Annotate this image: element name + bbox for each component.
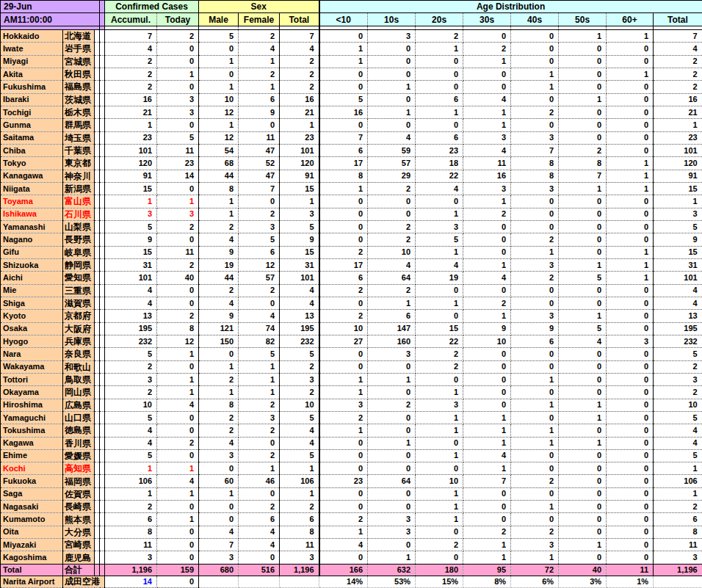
gap-cell[interactable] bbox=[100, 399, 105, 411]
age-lt10-cell[interactable]: 1 bbox=[319, 55, 368, 68]
age-total-cell[interactable]: 101 bbox=[654, 144, 702, 156]
age-total-cell[interactable]: 9 bbox=[654, 233, 702, 246]
age-lt10-cell[interactable]: 2 bbox=[319, 411, 368, 424]
age-50s-cell[interactable]: 0 bbox=[559, 386, 607, 399]
today-cell[interactable]: 4 bbox=[157, 399, 199, 411]
age-lt10-cell[interactable]: 0 bbox=[319, 501, 368, 513]
age-total-cell[interactable]: 106 bbox=[654, 475, 702, 487]
accumul-cell[interactable]: 4 bbox=[105, 284, 157, 297]
age-total-cell[interactable]: 1 bbox=[654, 119, 702, 131]
age-20s-cell[interactable]: 5 bbox=[416, 233, 463, 246]
age-30s-cell[interactable]: 0 bbox=[463, 360, 511, 373]
male-cell[interactable]: 1 bbox=[199, 55, 239, 68]
age-50s-cell[interactable]: 0 bbox=[559, 475, 607, 487]
accumul-cell[interactable]: 4 bbox=[105, 437, 157, 449]
total-sex-total-cell[interactable]: 1,196 bbox=[280, 564, 319, 576]
age-10s-cell[interactable]: 0 bbox=[368, 411, 416, 424]
age-lt10-cell[interactable]: 0 bbox=[319, 348, 368, 360]
female-cell[interactable]: 3 bbox=[239, 411, 280, 424]
prefecture-name-jp[interactable]: 富山県 bbox=[63, 195, 95, 208]
male-cell[interactable]: 12 bbox=[199, 131, 239, 144]
age-40s-cell[interactable]: 0 bbox=[511, 513, 559, 526]
sex-total-cell[interactable]: 4 bbox=[280, 284, 319, 297]
age-60plus-cell[interactable]: 1 bbox=[607, 258, 654, 271]
age-30s-cell[interactable]: 2 bbox=[463, 43, 511, 55]
age-30s-cell[interactable]: 0 bbox=[463, 513, 511, 526]
total-accumul-cell[interactable]: 1,196 bbox=[105, 564, 157, 576]
age-20s-cell[interactable]: 1 bbox=[416, 411, 463, 424]
today-cell[interactable]: 2 bbox=[157, 437, 199, 449]
prefecture-name-en[interactable]: Miyagi bbox=[1, 55, 63, 68]
prefecture-name-jp[interactable]: 熊本県 bbox=[63, 513, 95, 526]
age-60plus-cell[interactable]: 1 bbox=[607, 170, 654, 182]
age-60plus-cell[interactable]: 0 bbox=[607, 81, 654, 93]
age-10s-cell[interactable]: 3 bbox=[368, 30, 416, 43]
age-20s-cell[interactable]: 2 bbox=[416, 348, 463, 360]
age-20s-cell[interactable]: 19 bbox=[416, 272, 463, 284]
female-cell[interactable]: 46 bbox=[239, 475, 280, 487]
age-30s-cell[interactable]: 1 bbox=[463, 258, 511, 271]
sex-total-cell[interactable]: 4 bbox=[280, 297, 319, 309]
today-cell[interactable]: 0 bbox=[157, 119, 199, 131]
age-40s-cell[interactable]: 0 bbox=[511, 284, 559, 297]
prefecture-name-en[interactable]: Oita bbox=[1, 526, 63, 538]
accumul-cell[interactable]: 10 bbox=[105, 399, 157, 411]
gap-cell[interactable] bbox=[95, 157, 100, 170]
age-total-cell[interactable]: 1 bbox=[654, 195, 702, 208]
prefecture-name-jp[interactable]: 滋賀県 bbox=[63, 297, 95, 309]
age-total-cell[interactable]: 2 bbox=[654, 81, 702, 93]
gap-cell[interactable] bbox=[95, 462, 100, 475]
age-30s-cell[interactable]: 4 bbox=[463, 93, 511, 106]
accumul-cell[interactable]: 23 bbox=[105, 131, 157, 144]
gap-cell[interactable] bbox=[100, 157, 105, 170]
prefecture-name-jp[interactable]: 愛知県 bbox=[63, 272, 95, 284]
female-cell[interactable]: 6 bbox=[239, 513, 280, 526]
gap-cell[interactable] bbox=[95, 310, 100, 322]
accumul-cell[interactable]: 2 bbox=[105, 386, 157, 399]
gap-cell[interactable] bbox=[100, 360, 105, 373]
age-40s-cell[interactable]: 0 bbox=[511, 348, 559, 360]
age-30s-cell[interactable]: 0 bbox=[463, 284, 511, 297]
prefecture-name-en[interactable]: Shizuoka bbox=[1, 258, 63, 271]
gap-cell[interactable] bbox=[100, 144, 105, 156]
female-cell[interactable]: 4 bbox=[239, 310, 280, 322]
gap-cell[interactable] bbox=[100, 182, 105, 195]
age-60plus-cell[interactable]: 0 bbox=[607, 526, 654, 538]
age-60plus-cell[interactable]: 0 bbox=[607, 195, 654, 208]
gap-cell[interactable] bbox=[95, 348, 100, 360]
male-cell[interactable]: 3 bbox=[199, 551, 239, 564]
age-50s-cell[interactable]: 0 bbox=[559, 208, 607, 220]
age-20s-cell[interactable]: 1 bbox=[416, 449, 463, 462]
gap-cell[interactable] bbox=[100, 526, 105, 538]
age-20s-cell[interactable]: 0 bbox=[416, 551, 463, 564]
age-60plus-cell[interactable]: 0 bbox=[607, 424, 654, 437]
prefecture-name-jp[interactable]: 岐阜県 bbox=[63, 246, 95, 258]
gap-cell[interactable] bbox=[95, 246, 100, 258]
gap-cell[interactable] bbox=[100, 258, 105, 271]
male-cell[interactable]: 5 bbox=[199, 30, 239, 43]
sex-total-cell[interactable]: 1 bbox=[280, 462, 319, 475]
accumul-cell[interactable]: 7 bbox=[105, 30, 157, 43]
age-total-cell[interactable]: 2 bbox=[654, 55, 702, 68]
prefecture-name-jp[interactable]: 兵庫県 bbox=[63, 335, 95, 347]
prefecture-name-en[interactable]: Niigata bbox=[1, 182, 63, 195]
gap-cell[interactable] bbox=[95, 43, 100, 55]
female-cell[interactable]: 7 bbox=[239, 182, 280, 195]
female-cell[interactable]: 4 bbox=[239, 43, 280, 55]
age-60plus-cell[interactable]: 0 bbox=[607, 106, 654, 118]
today-cell[interactable]: 0 bbox=[157, 539, 199, 551]
age-col-header[interactable]: 30s bbox=[463, 13, 511, 26]
gap-cell[interactable] bbox=[95, 373, 100, 385]
age-lt10-cell[interactable]: 0 bbox=[319, 68, 368, 80]
age-30s-cell[interactable]: 1 bbox=[463, 551, 511, 564]
age-lt10-cell[interactable]: 23 bbox=[319, 475, 368, 487]
age-40s-cell[interactable]: 8 bbox=[511, 157, 559, 170]
sex-total-cell[interactable]: 21 bbox=[280, 106, 319, 118]
age-total-cell[interactable]: 15 bbox=[654, 246, 702, 258]
age-50s-cell[interactable]: 0 bbox=[559, 106, 607, 118]
age-percent-cell[interactable]: 1% bbox=[607, 576, 654, 587]
today-cell[interactable]: 2 bbox=[157, 30, 199, 43]
accumul-cell[interactable]: 232 bbox=[105, 335, 157, 347]
prefecture-name-jp[interactable]: 長野県 bbox=[63, 233, 95, 246]
male-cell[interactable]: 0 bbox=[199, 462, 239, 475]
